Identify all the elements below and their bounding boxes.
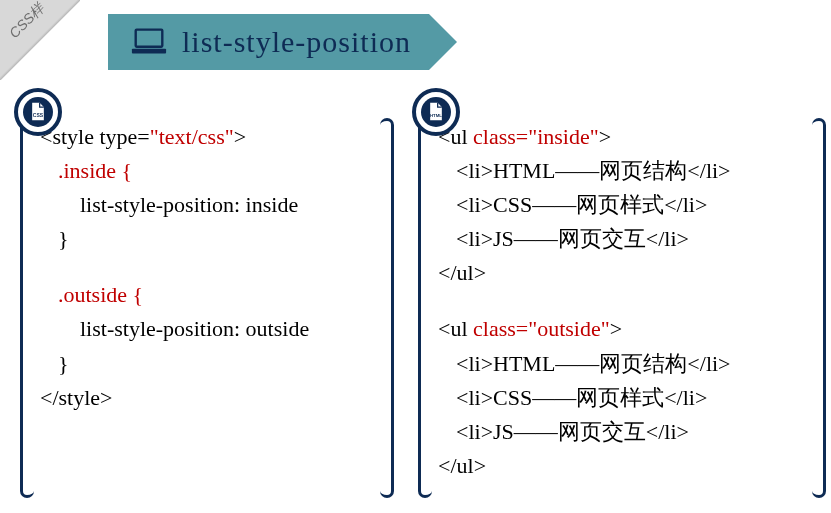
code-text: <ul [438, 316, 473, 341]
page-fold-corner: CSS样 [0, 0, 80, 80]
code-li: <li>JS——网页交互</li> [438, 415, 808, 449]
svg-text:HTML: HTML [430, 113, 442, 118]
code-brace: } [40, 347, 390, 381]
code-attr: "text/css" [150, 124, 234, 149]
file-icon: HTML [421, 97, 451, 127]
title-ribbon: list-style-position [108, 14, 429, 70]
code-property: list-style-position: outside [40, 312, 390, 346]
code-text: <style type= [40, 124, 150, 149]
code-li: <li>CSS——网页样式</li> [438, 381, 808, 415]
page-title: list-style-position [182, 25, 411, 59]
code-line: <ul class="inside"> [438, 120, 808, 154]
code-brace: } [40, 222, 390, 256]
svg-rect-0 [136, 30, 163, 47]
css-file-badge: CSS [14, 88, 62, 136]
right-bracket-close [812, 118, 826, 498]
code-line: <ul class="outside"> [438, 312, 808, 346]
code-property: list-style-position: inside [40, 188, 390, 222]
code-li: <li>HTML——网页结构</li> [438, 347, 808, 381]
right-bracket-open [418, 118, 432, 498]
left-bracket-open [20, 118, 34, 498]
html-code-block: <ul class="inside"> <li>HTML——网页结构</li> … [438, 120, 808, 483]
code-line: </ul> [438, 449, 808, 483]
svg-rect-1 [132, 49, 166, 54]
file-icon: CSS [23, 97, 53, 127]
code-selector: .outside { [40, 278, 390, 312]
code-attr: class="inside" [473, 124, 599, 149]
html-file-badge: HTML [412, 88, 460, 136]
code-li: <li>CSS——网页样式</li> [438, 188, 808, 222]
css-code-block: <style type="text/css"> .inside { list-s… [40, 120, 390, 415]
code-line: </ul> [438, 256, 808, 290]
code-li: <li>HTML——网页结构</li> [438, 154, 808, 188]
code-li: <li>JS——网页交互</li> [438, 222, 808, 256]
code-text: > [234, 124, 246, 149]
code-text: > [610, 316, 622, 341]
svg-text:CSS: CSS [33, 112, 44, 118]
code-line: </style> [40, 381, 390, 415]
code-line: <style type="text/css"> [40, 120, 390, 154]
corner-label: CSS样 [6, 0, 49, 42]
code-attr: class="outside" [473, 316, 610, 341]
laptop-icon [130, 27, 168, 57]
code-text: > [599, 124, 611, 149]
code-selector: .inside { [40, 154, 390, 188]
